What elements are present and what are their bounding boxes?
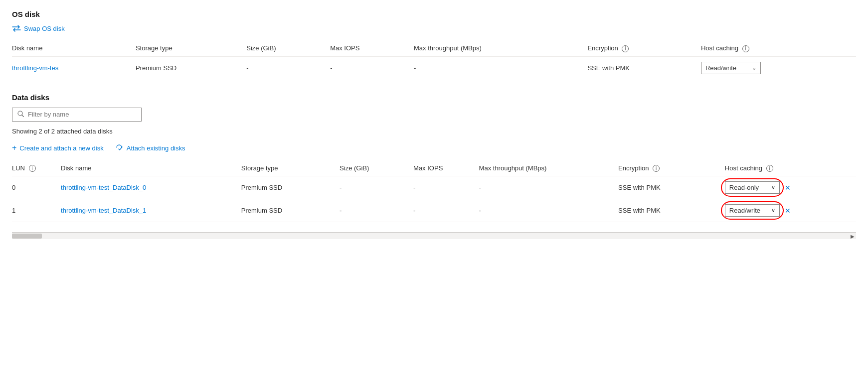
data-encryption-info-icon[interactable]: i [653,165,660,172]
data-disk-actions-1: Read/write∨✕ [725,204,850,217]
os-disk-maxiops: - [330,56,414,79]
data-disk-delete-1[interactable]: ✕ [785,207,791,215]
oval-wrapper-0: Read-only∨ [725,181,780,194]
attach-existing-label: Attach existing disks [127,144,185,152]
lun-info-icon[interactable]: i [29,165,36,172]
filter-input-wrap [12,108,142,122]
data-disk-row-0: 0throttling-vm-test_DataDisk_0Premium SS… [12,176,856,199]
filter-search-icon [17,111,24,119]
data-col-maxthroughput: Max throughput (MBps) [479,160,619,176]
os-disk-col-encryption: Encryption i [587,40,700,56]
data-disks-section: Data disks Showing 2 of 2 attached data … [12,93,856,223]
data-col-diskname: Disk name [61,160,241,176]
os-disk-storagetype: Premium SSD [136,56,246,79]
os-disk-title: OS disk [12,10,856,18]
data-col-hostcaching: Host caching i [725,160,856,176]
encryption-info-icon[interactable]: i [622,45,629,52]
data-disk-storagetype-1: Premium SSD [241,199,340,222]
os-disk-col-size: Size (GiB) [246,40,330,56]
horizontal-scrollbar[interactable]: ◀ ▶ [12,232,856,239]
data-disk-row-1: 1throttling-vm-test_DataDisk_1Premium SS… [12,199,856,222]
create-attach-label: Create and attach a new disk [19,144,103,152]
data-disk-hostcaching-value-0: Read-only [729,184,759,191]
data-disk-dropdown-chevron-1: ∨ [771,207,775,214]
data-disk-hostcaching-dropdown-0[interactable]: Read-only∨ [725,181,780,194]
os-disk-col-diskname: Disk name [12,40,136,56]
os-disk-col-hostcaching: Host caching i [701,40,856,56]
data-disk-size-1: - [340,199,413,222]
data-disk-storagetype-0: Premium SSD [241,176,340,199]
attach-icon [116,144,124,152]
os-disk-row: throttling-vm-tes Premium SSD - - - SSE … [12,56,856,79]
host-caching-info-icon[interactable]: i [742,45,749,52]
data-disk-lun-0: 0 [12,176,61,199]
showing-count-text: Showing 2 of 2 attached data disks [12,128,856,135]
filter-by-name-input[interactable] [28,111,136,118]
swap-button-label: Swap OS disk [24,25,65,32]
os-disk-hostcaching-dropdown[interactable]: Read/write ⌄ [701,62,761,74]
os-disk-header-row: Disk name Storage type Size (GiB) Max IO… [12,40,856,56]
plus-icon: + [12,144,16,152]
data-disk-maxiops-0: - [413,176,479,199]
data-disk-actions-0: Read-only∨✕ [725,181,850,194]
data-disk-name-1: throttling-vm-test_DataDisk_1 [61,199,241,222]
data-disk-link-1[interactable]: throttling-vm-test_DataDisk_1 [61,207,146,214]
os-disk-diskname: throttling-vm-tes [12,56,136,79]
os-disk-col-maxiops: Max IOPS [330,40,414,56]
swap-os-disk-button[interactable]: Swap OS disk [12,24,65,32]
data-disk-lun-1: 1 [12,199,61,222]
os-disk-dropdown-chevron: ⌄ [752,65,756,71]
data-disk-delete-0[interactable]: ✕ [785,184,791,192]
data-col-size: Size (GiB) [340,160,413,176]
data-disks-title: Data disks [12,93,856,102]
attach-existing-disk-button[interactable]: Attach existing disks [116,144,185,152]
data-disk-dropdown-chevron-0: ∨ [771,184,775,191]
os-disk-maxthroughput: - [414,56,587,79]
scroll-thumb[interactable] [12,234,42,239]
action-bar: + Create and attach a new disk Attach ex… [12,144,856,152]
oval-wrapper-1: Read/write∨ [725,204,780,217]
data-hostcaching-info-icon[interactable]: i [766,165,773,172]
scroll-right-arrow[interactable]: ▶ [849,233,856,240]
data-col-encryption: Encryption i [618,160,725,176]
data-disk-hostcaching-value-1: Read/write [729,207,760,214]
os-disk-table: Disk name Storage type Size (GiB) Max IO… [12,40,856,79]
data-col-storagetype: Storage type [241,160,340,176]
svg-line-1 [22,115,24,117]
swap-icon [12,24,21,32]
data-col-maxiops: Max IOPS [413,160,479,176]
os-disk-section: OS disk Swap OS disk Disk name Stora [12,10,856,79]
data-disk-hostcaching-cell-1: Read/write∨✕ [725,199,856,222]
create-attach-disk-button[interactable]: + Create and attach a new disk [12,144,104,152]
data-disk-encryption-1: SSE with PMK [618,199,725,222]
os-disk-link[interactable]: throttling-vm-tes [12,64,58,72]
data-disk-maxthroughput-0: - [479,176,619,199]
os-disk-encryption: SSE with PMK [587,56,700,79]
data-disk-name-0: throttling-vm-test_DataDisk_0 [61,176,241,199]
os-disk-hostcaching-value: Read/write [705,64,736,72]
os-disk-size: - [246,56,330,79]
data-disk-hostcaching-dropdown-1[interactable]: Read/write∨ [725,204,780,217]
data-disk-link-0[interactable]: throttling-vm-test_DataDisk_0 [61,184,146,191]
data-disks-header-row: LUN i Disk name Storage type Size (GiB) … [12,160,856,176]
data-disk-maxiops-1: - [413,199,479,222]
os-disk-col-maxthroughput: Max throughput (MBps) [414,40,587,56]
data-disks-table: LUN i Disk name Storage type Size (GiB) … [12,160,856,223]
data-col-lun: LUN i [12,160,61,176]
os-disk-hostcaching-cell: Read/write ⌄ [701,56,856,79]
data-disk-hostcaching-cell-0: Read-only∨✕ [725,176,856,199]
data-disk-maxthroughput-1: - [479,199,619,222]
os-disk-col-storagetype: Storage type [136,40,246,56]
data-disk-size-0: - [340,176,413,199]
data-disk-encryption-0: SSE with PMK [618,176,725,199]
